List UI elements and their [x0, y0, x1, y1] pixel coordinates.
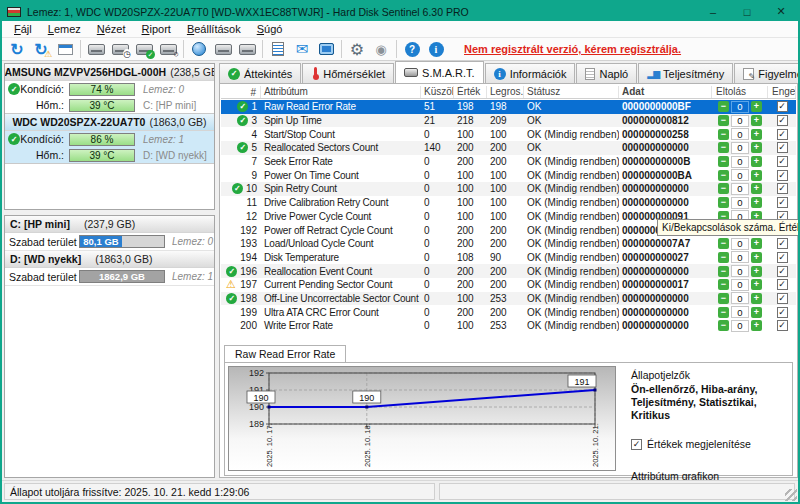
enabled-checkbox[interactable]: ✓ — [777, 170, 788, 181]
resize-grip[interactable] — [785, 489, 797, 501]
enabled-checkbox[interactable]: ✓ — [777, 183, 788, 194]
tab-smart[interactable]: S.M.A.R.T. — [395, 61, 484, 83]
offset-minus-button[interactable]: − — [718, 238, 729, 249]
offset-minus-button[interactable]: − — [718, 197, 729, 208]
sound-icon[interactable] — [369, 39, 393, 60]
register-link[interactable]: Nem regisztrált verzió, kérem regisztrál… — [464, 43, 681, 55]
offset-minus-button[interactable]: − — [718, 101, 729, 112]
enabled-checkbox[interactable]: ✓ — [777, 279, 788, 290]
smart-row[interactable]: 194 Disk Temperature 0 108 90 OK (Mindig… — [221, 251, 796, 265]
smart-row[interactable]: ✓3 Spin Up Time 21 218 209 OK 0000000008… — [221, 114, 796, 128]
offset-minus-button[interactable]: − — [718, 156, 729, 167]
smart-row[interactable]: 11 Drive Calibration Retry Count 0 100 1… — [221, 196, 796, 210]
help-icon[interactable] — [400, 39, 424, 60]
column-header[interactable]: Státusz — [524, 86, 619, 98]
offset-minus-button[interactable]: − — [718, 142, 729, 153]
enabled-checkbox[interactable]: ✓ — [777, 197, 788, 208]
smart-row[interactable]: 193 Load/Unload Cycle Count 0 200 200 OK… — [221, 237, 796, 251]
external-disk-icon[interactable] — [235, 39, 259, 60]
menu-item-sugo[interactable]: Súgó — [249, 23, 291, 35]
column-header[interactable]: # — [221, 86, 261, 98]
log-icon[interactable] — [266, 39, 290, 60]
menu-item-lemez[interactable]: Lemez — [40, 23, 89, 35]
enabled-checkbox[interactable]: ✓ — [777, 252, 788, 263]
offset-minus-button[interactable]: − — [718, 183, 729, 194]
offset-plus-button[interactable]: + — [751, 170, 762, 181]
offset-minus-button[interactable]: − — [718, 115, 729, 126]
smart-row[interactable]: 7 Seek Error Rate 0 200 200 OK (Mindig r… — [221, 155, 796, 169]
column-header[interactable]: Attribútum — [261, 86, 421, 98]
maximize-button[interactable]: □ — [730, 2, 764, 21]
column-header[interactable]: Legros... — [487, 86, 524, 98]
disk-clock-icon[interactable] — [108, 39, 132, 60]
tab-informaciok[interactable]: Információk — [485, 63, 576, 83]
offset-plus-button[interactable]: + — [751, 320, 762, 331]
offset-minus-button[interactable]: − — [718, 252, 729, 263]
offset-plus-button[interactable]: + — [751, 197, 762, 208]
offset-plus-button[interactable]: + — [751, 279, 762, 290]
report-icon[interactable] — [53, 39, 77, 60]
menu-item-fajl[interactable]: Fájl — [6, 23, 40, 35]
email-icon[interactable] — [290, 39, 314, 60]
column-header[interactable]: Érték — [454, 86, 487, 98]
usb-disk-icon[interactable] — [211, 39, 235, 60]
offset-minus-button[interactable]: − — [718, 170, 729, 181]
enabled-checkbox[interactable]: ✓ — [777, 115, 788, 126]
enabled-checkbox[interactable]: ✓ — [777, 156, 788, 167]
offset-plus-button[interactable]: + — [751, 293, 762, 304]
menu-item-nezet[interactable]: Nézet — [89, 23, 134, 35]
enabled-checkbox[interactable]: ✓ — [777, 142, 788, 153]
tab-homerseklet[interactable]: Hőmérséklet — [302, 63, 394, 83]
offset-minus-button[interactable]: − — [718, 320, 729, 331]
column-header[interactable]: Eltolás — [712, 86, 768, 98]
minimize-button[interactable]: – — [696, 2, 730, 21]
offset-minus-button[interactable]: − — [718, 266, 729, 277]
menu-item-beallitasok[interactable]: Beállítások — [179, 23, 249, 35]
offset-plus-button[interactable]: + — [751, 183, 762, 194]
info-icon[interactable] — [424, 39, 448, 60]
column-header[interactable]: Küszöb — [421, 86, 454, 98]
smart-row[interactable]: ✓5 Reallocated Sectors Count 140 200 200… — [221, 141, 796, 155]
enabled-checkbox[interactable]: ✓ — [777, 129, 788, 140]
partition-item[interactable]: C: [HP mini](237,9 GB) Szabad terület80,… — [5, 216, 214, 251]
smart-row[interactable]: ⚠197 Current Pending Sector Count 0 200 … — [221, 278, 796, 292]
offset-plus-button[interactable]: + — [751, 115, 762, 126]
smart-row[interactable]: ✓1 Raw Read Error Rate 51 198 198 OK 000… — [221, 100, 796, 114]
smart-row[interactable]: 9 Power On Time Count 0 100 100 OK (Mind… — [221, 168, 796, 182]
disk-check-icon[interactable] — [132, 39, 156, 60]
tab-figyelmeztetesek[interactable]: Figyelmeztetések — [734, 63, 800, 83]
offset-minus-button[interactable]: − — [718, 293, 729, 304]
drive-item[interactable]: WDC WD20SPZX-22UA7T0(1863,0 GB) ✓Kondíci… — [5, 114, 214, 164]
enabled-checkbox[interactable]: ✓ — [777, 238, 788, 249]
error-scan-icon[interactable] — [29, 39, 53, 60]
enabled-checkbox[interactable]: ✓ — [777, 101, 788, 112]
show-values-checkbox[interactable]: ✓ — [631, 439, 642, 450]
menu-item-riport[interactable]: Riport — [134, 23, 179, 35]
disk-test-icon[interactable] — [84, 39, 108, 60]
offset-plus-button[interactable]: + — [751, 252, 762, 263]
smart-row[interactable]: ✓196 Reallocation Event Count 0 200 200 … — [221, 264, 796, 278]
disk-search-icon[interactable] — [156, 39, 180, 60]
remote-monitor-icon[interactable] — [314, 39, 338, 60]
offset-plus-button[interactable]: + — [751, 156, 762, 167]
smart-row[interactable]: ✓198 Off-Line Uncorrectable Sector Count… — [221, 292, 796, 306]
offset-minus-button[interactable]: − — [718, 279, 729, 290]
close-button[interactable]: ✕ — [764, 2, 798, 21]
offset-minus-button[interactable]: − — [718, 129, 729, 140]
refresh-icon[interactable] — [5, 39, 29, 60]
smart-row[interactable]: 200 Write Error Rate 0 100 253 OK (Mindi… — [221, 319, 796, 333]
enabled-checkbox[interactable]: ✓ — [777, 320, 788, 331]
offset-plus-button[interactable]: + — [751, 266, 762, 277]
tab-naplo[interactable]: Napló — [576, 63, 637, 83]
tab-teljesitmeny[interactable]: Teljesítmény — [638, 63, 733, 83]
offset-plus-button[interactable]: + — [751, 238, 762, 249]
network-drive-icon[interactable] — [187, 39, 211, 60]
settings-icon[interactable] — [345, 39, 369, 60]
offset-plus-button[interactable]: + — [751, 101, 762, 112]
smart-row[interactable]: 4 Start/Stop Count 0 100 100 OK (Mindig … — [221, 127, 796, 141]
partition-item[interactable]: D: [WD nyekk](1863,0 GB) Szabad terület1… — [5, 251, 214, 286]
smart-row[interactable]: ✓10 Spin Retry Count 0 100 100 OK (Mindi… — [221, 182, 796, 196]
column-header[interactable]: Enge... — [768, 86, 796, 98]
smart-row[interactable]: 199 Ultra ATA CRC Error Count 0 200 200 … — [221, 305, 796, 319]
offset-minus-button[interactable]: − — [718, 307, 729, 318]
